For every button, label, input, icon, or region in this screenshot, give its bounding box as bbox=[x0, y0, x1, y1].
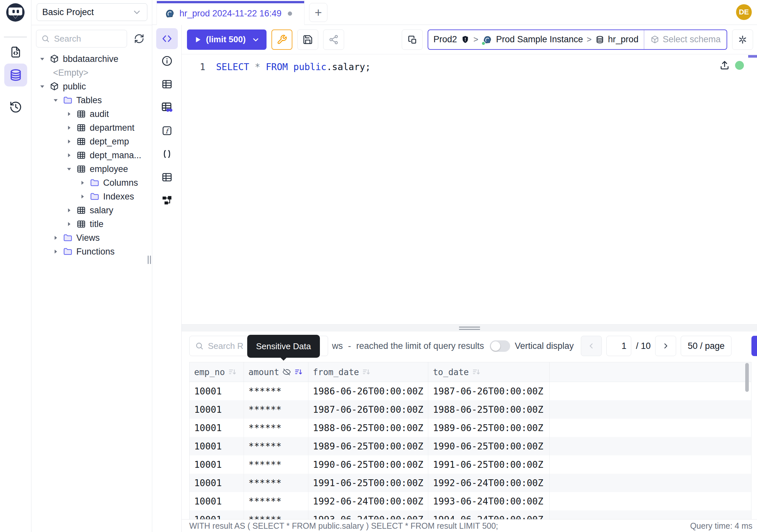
table-cell[interactable]: 10001 bbox=[190, 455, 244, 474]
table-cell[interactable]: 1993-06-24T00:00:00Z bbox=[428, 492, 550, 510]
table-cell[interactable] bbox=[550, 455, 751, 474]
tree-item-dept-emp[interactable]: dept_emp bbox=[31, 135, 152, 148]
connection-breadcrumb[interactable]: Prod2 > bbox=[428, 29, 727, 50]
ai-assistant-button[interactable] bbox=[732, 29, 753, 50]
table-row[interactable]: 10001******1991-06-25T00:00:00Z1992-06-2… bbox=[190, 474, 751, 492]
tree-item-salary[interactable]: salary bbox=[31, 203, 152, 217]
table-cell[interactable] bbox=[550, 400, 751, 419]
run-query-button[interactable]: (limit 500) bbox=[187, 29, 266, 50]
table-cell[interactable]: 1990-06-25T00:00:00Z bbox=[308, 455, 429, 474]
sql-editor[interactable]: 1 SELECT * FROM public.salary; bbox=[182, 54, 757, 324]
caret-icon[interactable] bbox=[51, 234, 60, 242]
table-cell[interactable]: 10001 bbox=[190, 437, 244, 455]
upload-icon[interactable] bbox=[719, 60, 730, 71]
table-cell[interactable]: 1991-06-25T00:00:00Z bbox=[428, 455, 550, 474]
tree-item-department[interactable]: department bbox=[31, 121, 152, 135]
caret-icon[interactable] bbox=[65, 165, 73, 173]
table-cell[interactable]: ****** bbox=[244, 492, 308, 510]
caret-icon[interactable] bbox=[65, 220, 73, 228]
table-row[interactable]: 10001******1992-06-24T00:00:00Z1993-06-2… bbox=[190, 492, 751, 510]
table-cell[interactable]: 1986-06-26T00:00:00Z bbox=[308, 382, 429, 400]
table-cell[interactable]: 10001 bbox=[190, 382, 244, 400]
table-cell[interactable]: 10001 bbox=[190, 419, 244, 437]
masked-data-button[interactable] bbox=[160, 101, 174, 114]
table-cell[interactable]: 1990-06-25T00:00:00Z bbox=[428, 437, 550, 455]
info-button[interactable] bbox=[160, 54, 174, 68]
column-header-emp_no[interactable]: emp_no bbox=[190, 362, 244, 382]
tab-hr-prod[interactable]: hr_prod 2024-11-22 16:49 bbox=[157, 0, 305, 25]
worksheet-nav-button[interactable] bbox=[4, 41, 27, 64]
tables-button[interactable] bbox=[160, 78, 174, 91]
save-button[interactable] bbox=[297, 29, 318, 50]
table-row[interactable]: 10001******1988-06-25T00:00:00Z1989-06-2… bbox=[190, 419, 751, 437]
table-row[interactable]: 10001******1986-06-26T00:00:00Z1987-06-2… bbox=[190, 382, 751, 400]
caret-icon[interactable] bbox=[78, 192, 87, 201]
table-cell[interactable]: 10001 bbox=[190, 400, 244, 419]
bytebase-logo[interactable] bbox=[5, 3, 26, 23]
refresh-button[interactable] bbox=[130, 30, 148, 47]
sort-icon[interactable] bbox=[294, 367, 303, 376]
caret-icon[interactable] bbox=[65, 137, 73, 146]
table-cell[interactable]: ****** bbox=[244, 437, 308, 455]
sort-icon[interactable] bbox=[228, 367, 237, 376]
table-cell[interactable]: 1994-06-24T00:00:00Z bbox=[428, 510, 550, 519]
sidebar-resize-handle[interactable] bbox=[148, 256, 151, 264]
er-diagram-button[interactable] bbox=[160, 194, 174, 207]
table-row[interactable]: 10001******1990-06-25T00:00:00Z1991-06-2… bbox=[190, 455, 751, 474]
table-cell[interactable]: ****** bbox=[244, 419, 308, 437]
table-row[interactable]: 10001******1987-06-26T00:00:00Z1988-06-2… bbox=[190, 400, 751, 419]
parentheses-button[interactable] bbox=[160, 147, 174, 161]
sidebar-search-input[interactable] bbox=[54, 34, 122, 44]
sidebar-search[interactable] bbox=[36, 30, 127, 47]
database-nav-button[interactable] bbox=[4, 64, 27, 86]
batch-query-button[interactable] bbox=[402, 29, 423, 50]
next-page-button[interactable] bbox=[655, 336, 676, 356]
sort-icon[interactable] bbox=[472, 367, 481, 376]
caret-icon[interactable] bbox=[51, 96, 60, 105]
export-button-fragment[interactable] bbox=[751, 336, 757, 356]
tree-item-functions[interactable]: Functions bbox=[31, 245, 152, 259]
table-cell[interactable]: 1993-06-24T00:00:00Z bbox=[308, 510, 429, 519]
table-row[interactable]: 10001******1989-06-25T00:00:00Z1990-06-2… bbox=[190, 437, 751, 455]
table-row[interactable]: 10001******1993-06-24T00:00:00Z1994-06-2… bbox=[190, 510, 751, 519]
table-cell[interactable] bbox=[550, 492, 751, 510]
tree-item--empty-[interactable]: <Empty> bbox=[31, 66, 152, 79]
table-detail-button[interactable] bbox=[160, 171, 174, 184]
function-button[interactable]: f bbox=[160, 124, 174, 137]
page-size-select[interactable]: 50 / page bbox=[681, 336, 732, 356]
column-header-from_date[interactable]: from_date bbox=[308, 362, 429, 382]
table-cell[interactable]: 10001 bbox=[190, 510, 244, 519]
table-cell[interactable]: ****** bbox=[244, 382, 308, 400]
tree-item-columns[interactable]: Columns bbox=[31, 176, 152, 190]
sort-icon[interactable] bbox=[362, 367, 371, 376]
new-tab-button[interactable]: + bbox=[309, 3, 327, 22]
table-cell[interactable] bbox=[550, 382, 751, 400]
table-cell[interactable]: 1992-06-24T00:00:00Z bbox=[428, 474, 550, 492]
table-cell[interactable] bbox=[550, 510, 751, 519]
table-cell[interactable]: ****** bbox=[244, 400, 308, 419]
table-scrollbar[interactable] bbox=[745, 363, 749, 392]
vertical-display-toggle[interactable] bbox=[490, 340, 510, 352]
caret-icon[interactable] bbox=[51, 247, 60, 256]
table-cell[interactable]: 10001 bbox=[190, 492, 244, 510]
panel-resize-handle[interactable] bbox=[182, 324, 757, 331]
project-selector[interactable]: Basic Project bbox=[37, 3, 147, 21]
table-cell[interactable]: ****** bbox=[244, 510, 308, 519]
table-cell[interactable]: ****** bbox=[244, 474, 308, 492]
share-button[interactable] bbox=[323, 29, 344, 50]
caret-icon[interactable] bbox=[65, 206, 73, 215]
table-cell[interactable] bbox=[550, 437, 751, 455]
tree-item-indexes[interactable]: Indexes bbox=[31, 190, 152, 203]
tree-item-bbdataarchive[interactable]: bbdataarchive bbox=[31, 52, 152, 66]
table-cell[interactable] bbox=[550, 474, 751, 492]
table-cell[interactable]: 1989-06-25T00:00:00Z bbox=[308, 437, 429, 455]
table-cell[interactable]: 10001 bbox=[190, 474, 244, 492]
table-cell[interactable]: 1988-06-25T00:00:00Z bbox=[308, 419, 429, 437]
format-sql-button[interactable] bbox=[271, 29, 292, 50]
table-cell[interactable] bbox=[550, 419, 751, 437]
caret-icon[interactable] bbox=[78, 178, 87, 187]
history-nav-button[interactable] bbox=[4, 96, 27, 119]
code-panel-toggle[interactable] bbox=[156, 28, 178, 49]
tree-item-title[interactable]: title bbox=[31, 217, 152, 231]
table-cell[interactable]: 1987-06-26T00:00:00Z bbox=[308, 400, 429, 419]
